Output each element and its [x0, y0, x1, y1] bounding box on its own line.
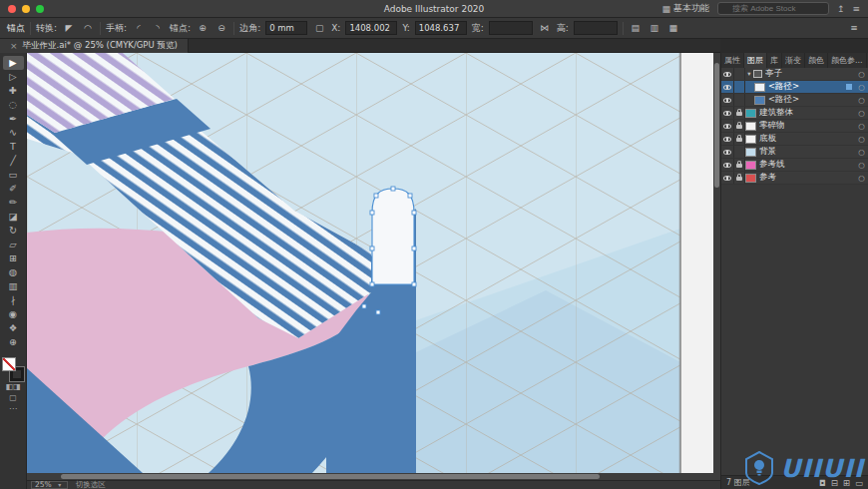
- lock-toggle[interactable]: [734, 120, 745, 132]
- visibility-toggle[interactable]: [721, 81, 734, 93]
- layer-row-background[interactable]: 背景 ○: [721, 146, 868, 159]
- visibility-toggle[interactable]: [721, 68, 734, 80]
- layer-name[interactable]: 建筑整体: [759, 107, 855, 119]
- isolate-icon[interactable]: ▦: [666, 21, 680, 35]
- corner-radius-field[interactable]: [265, 21, 307, 35]
- type-tool[interactable]: T: [3, 140, 24, 154]
- layer-name[interactable]: <路径>: [768, 81, 846, 93]
- app-menu-icon[interactable]: ≡: [852, 4, 860, 14]
- show-handles-icon[interactable]: ◜: [132, 21, 146, 35]
- fill-stroke-swatches[interactable]: [2, 357, 24, 381]
- layer-row-guides[interactable]: 参考线 ○: [721, 159, 868, 172]
- eyedropper-tool[interactable]: ∤: [3, 293, 24, 307]
- target-icon[interactable]: ○: [855, 161, 868, 170]
- layer-row-group[interactable]: ▾ 亭子 ○: [721, 68, 868, 81]
- target-icon[interactable]: ○: [855, 135, 868, 144]
- rectangle-tool[interactable]: ▭: [3, 168, 24, 182]
- tab-color-guide[interactable]: 颜色参...: [828, 53, 867, 68]
- transform-panel-icon[interactable]: ▤: [629, 21, 643, 35]
- horizontal-scrollbar[interactable]: [27, 473, 713, 480]
- lock-toggle[interactable]: [734, 159, 745, 171]
- free-transform-tool[interactable]: ⊞: [3, 251, 24, 265]
- fill-swatch[interactable]: [2, 357, 16, 371]
- stock-search-input[interactable]: [717, 2, 829, 15]
- curvature-tool[interactable]: ∿: [3, 126, 24, 140]
- tab-color[interactable]: 颜色: [805, 53, 828, 68]
- layer-name[interactable]: 背景: [759, 146, 855, 158]
- artwork-canvas[interactable]: [27, 53, 680, 473]
- shape-builder-tool[interactable]: ◍: [3, 265, 24, 279]
- draw-mode-icons[interactable]: ◧◨: [5, 381, 20, 392]
- zoom-level-select[interactable]: 25% ▾: [31, 481, 68, 489]
- artboard-viewport[interactable]: [27, 53, 680, 473]
- layer-name[interactable]: 底板: [759, 133, 855, 145]
- layer-row-path[interactable]: <路径> ○: [721, 94, 868, 107]
- blend-tool[interactable]: ◉: [3, 307, 24, 321]
- selected-door-path[interactable]: [372, 189, 414, 284]
- gradient-tool[interactable]: ▥: [3, 279, 24, 293]
- layer-name[interactable]: 亭子: [765, 68, 855, 80]
- target-icon[interactable]: ○: [855, 109, 868, 118]
- target-icon[interactable]: ○: [855, 122, 868, 131]
- convert-anchor-smooth-icon[interactable]: ◠: [81, 21, 95, 35]
- layer-row-baseplate[interactable]: 底板 ○: [721, 133, 868, 146]
- hide-handles-icon[interactable]: ◝: [151, 21, 165, 35]
- y-position-field[interactable]: [415, 21, 467, 35]
- horizontal-scrollbar-thumb[interactable]: [61, 474, 600, 479]
- layer-row-building[interactable]: 建筑整体 ○: [721, 107, 868, 120]
- target-icon[interactable]: ○: [855, 96, 868, 105]
- expand-caret-icon[interactable]: ▾: [745, 70, 753, 78]
- visibility-toggle[interactable]: [721, 159, 734, 171]
- window-controls[interactable]: [0, 5, 44, 13]
- align-panel-icon[interactable]: ▥: [648, 21, 661, 35]
- visibility-toggle[interactable]: [721, 172, 734, 184]
- link-dimensions-icon[interactable]: ⋈: [538, 21, 552, 35]
- layer-row-path-selected[interactable]: <路径> ○: [721, 81, 868, 94]
- lock-toggle[interactable]: [734, 81, 745, 93]
- vertical-scrollbar-thumb[interactable]: [714, 63, 719, 188]
- height-field[interactable]: [574, 21, 618, 35]
- vertical-scrollbar[interactable]: [713, 53, 720, 480]
- hand-tool[interactable]: ❖: [3, 321, 24, 335]
- visibility-toggle[interactable]: [721, 133, 734, 145]
- layer-name[interactable]: 参考: [759, 172, 855, 184]
- close-window-icon[interactable]: [8, 5, 16, 13]
- pen-tool[interactable]: ✒: [3, 112, 24, 126]
- lock-toggle[interactable]: [734, 133, 745, 145]
- layer-name[interactable]: <路径>: [768, 94, 855, 106]
- visibility-toggle[interactable]: [721, 146, 734, 158]
- target-icon[interactable]: ○: [855, 83, 868, 92]
- layer-row-misc[interactable]: 零碎物 ○: [721, 120, 868, 133]
- share-icon[interactable]: ↥: [837, 4, 845, 14]
- rotate-tool[interactable]: ↻: [3, 224, 24, 238]
- convert-anchor-corner-icon[interactable]: ◤: [62, 21, 76, 35]
- width-field[interactable]: [489, 21, 533, 35]
- toolbar-more-icon[interactable]: ⋯: [9, 403, 17, 414]
- lock-toggle[interactable]: [734, 107, 745, 119]
- lasso-tool[interactable]: ◌: [3, 98, 24, 112]
- reference-point-icon[interactable]: ▢: [312, 21, 326, 35]
- add-anchor-icon[interactable]: ⊕: [196, 21, 210, 35]
- layer-row-reference[interactable]: 参考 ○: [721, 172, 868, 185]
- zoom-tool[interactable]: ⊕: [3, 335, 24, 349]
- screen-mode-icon[interactable]: ▢: [9, 392, 17, 403]
- layer-name[interactable]: 参考线: [759, 159, 855, 171]
- eraser-tool[interactable]: ◪: [3, 210, 24, 224]
- direct-selection-tool[interactable]: ▷: [3, 70, 24, 84]
- visibility-toggle[interactable]: [721, 120, 734, 132]
- control-menu-icon[interactable]: ≡: [847, 21, 861, 35]
- tab-libraries[interactable]: 库: [767, 53, 782, 68]
- lock-toggle[interactable]: [734, 172, 745, 184]
- line-segment-tool[interactable]: ╱: [3, 154, 24, 168]
- visibility-toggle[interactable]: [721, 107, 734, 119]
- target-icon[interactable]: ○: [855, 174, 868, 183]
- target-icon[interactable]: ○: [855, 148, 868, 157]
- tab-properties[interactable]: 属性: [721, 53, 744, 68]
- lock-toggle[interactable]: [734, 94, 745, 106]
- visibility-toggle[interactable]: [721, 94, 734, 106]
- tab-layers[interactable]: 图层: [744, 53, 767, 68]
- lock-toggle[interactable]: [734, 146, 745, 158]
- lock-toggle[interactable]: [734, 68, 745, 80]
- paintbrush-tool[interactable]: ✐: [3, 182, 24, 196]
- document-tab[interactable]: × 毕业作业.ai* @ 25% (CMYK/GPU 预览): [0, 39, 189, 53]
